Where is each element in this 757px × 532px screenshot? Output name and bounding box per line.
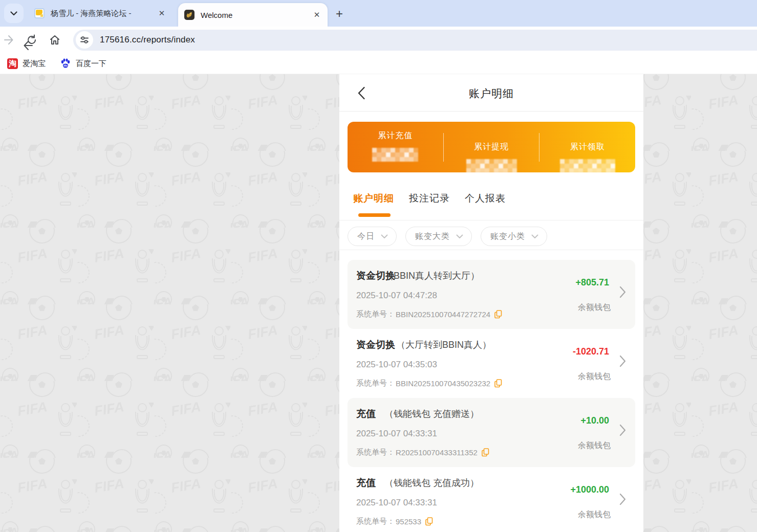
txn-order-no: 952533 [396,517,421,526]
page-title: 账户明细 [339,86,643,101]
txn-datetime: 2025-10-07 04:47:28 [356,291,437,301]
wallet-label: 余额钱包 [578,371,611,382]
chevron-down-icon [531,234,538,239]
summary-withdraw: 累计提现 [443,133,539,162]
masked-value [466,159,517,173]
tab-account-detail[interactable]: 账户明细 [353,192,394,205]
txn-order-no: BBIN202510070435023232 [396,379,490,388]
wallet-label: 余额钱包 [578,440,611,451]
baidu-paw-icon: du [60,58,71,69]
browser-tab-strip: 杨雪儿 - 海燕策略论坛 - ✕ Welcome ✕ + [0,0,757,27]
chevron-right-icon [619,424,626,436]
copy-icon[interactable] [494,379,502,388]
filter-row: 今日 账变大类 账变小类 [348,227,556,246]
txn-type: 资金切换 [356,338,395,351]
txn-subtype: （大厅转到BBIN真人） [396,339,491,351]
chevron-down-icon [381,234,388,239]
forum-favicon [34,8,45,18]
forward-arrow-icon [3,34,14,46]
copy-icon[interactable] [494,310,502,319]
browser-tab-welcome[interactable]: Welcome ✕ [178,3,328,27]
chevron-down-icon [456,234,463,239]
amount: -1020.71 [573,346,609,357]
bookmark-taobao[interactable]: 淘 爱淘宝 [7,58,46,69]
divider [339,220,643,220]
summary-claim: 累计领取 [539,133,635,162]
filter-major-category[interactable]: 账变大类 [405,227,472,246]
url-bar[interactable]: 175616.cc/reports/index [73,30,757,51]
page-header: 账户明细 [339,74,643,112]
tab-bet-records[interactable]: 投注记录 [409,192,450,205]
bookmarks-bar: 淘 爱淘宝 du 百度一下 [0,53,757,74]
txn-subtype: （钱能钱包 充值成功） [384,477,479,489]
masked-value [560,159,615,173]
summary-label: 累计充值 [378,130,413,141]
summary-label: 累计提现 [474,142,509,152]
masked-value [372,148,418,162]
summary-label: 累计领取 [570,142,605,152]
new-tab-button[interactable]: + [332,6,347,21]
transaction-row[interactable]: 充值 （钱能钱包 充值成功） 2025-10-07 04:33:31 系统单号：… [348,467,635,532]
txn-order-no: BBIN202510070447272724 [396,310,490,319]
taobao-icon: 淘 [7,58,18,69]
section-tabs: 账户明细 投注记录 个人报表 [353,192,521,205]
chevron-right-icon [619,286,626,298]
welcome-favicon [184,10,194,20]
summary-recharge: 累计充值 [348,122,443,172]
amount: +805.71 [575,277,609,288]
txn-order-no: R202510070433311352 [396,448,478,457]
txn-order: 系统单号： R202510070433311352 [356,448,489,457]
url-text[interactable]: 175616.cc/reports/index [100,35,195,45]
amount: +10.00 [580,415,609,426]
page-background: FIFA FIFA 账户明细 累计充值 累计提现 [0,74,757,532]
txn-order: 系统单号： BBIN202510070435023232 [356,379,502,388]
amount: +1000.00 [570,484,609,495]
txn-subtype: （BBIN真人转到大厅） [384,270,480,282]
tab-search-button[interactable] [4,4,24,23]
back-button[interactable] [21,39,35,52]
bookmark-baidu[interactable]: du 百度一下 [60,58,106,69]
forward-button[interactable] [0,31,17,49]
active-tab-underline [358,213,391,217]
divider [339,250,643,250]
txn-type: 充值 [356,476,376,490]
home-button[interactable] [46,31,63,49]
txn-order: 系统单号： 952533 [356,517,433,526]
browser-tab-forum[interactable]: 杨雪儿 - 海燕策略论坛 - ✕ [28,0,172,27]
browser-toolbar: 175616.cc/reports/index [0,27,757,53]
home-icon [49,34,60,46]
tune-icon [80,35,89,45]
wallet-label: 余额钱包 [578,509,611,520]
txn-subtype: （钱能钱包 充值赠送） [384,408,479,420]
transaction-row[interactable]: 充值 （钱能钱包 充值赠送） 2025-10-07 04:33:31 系统单号：… [348,398,635,467]
txn-type: 充值 [356,407,376,420]
close-tab-icon[interactable]: ✕ [155,7,168,20]
tab-title: Welcome [201,11,310,19]
account-detail-panel: 账户明细 累计充值 累计提现 累计领取 [339,74,643,532]
filter-minor-category[interactable]: 账变小类 [481,227,547,246]
bookmark-label: 百度一下 [76,59,106,69]
txn-datetime: 2025-10-07 04:33:31 [356,498,437,508]
svg-text:du: du [63,64,68,67]
close-tab-icon[interactable]: ✕ [310,8,323,21]
transaction-row[interactable]: 资金切换 （大厅转到BBIN真人） 2025-10-07 04:35:03 系统… [348,329,635,398]
tab-personal-report[interactable]: 个人报表 [465,192,506,205]
chevron-down-icon [10,11,17,16]
txn-order: 系统单号： BBIN202510070447272724 [356,309,502,319]
txn-datetime: 2025-10-07 04:35:03 [356,360,437,370]
site-settings-button[interactable] [76,31,93,49]
filter-date[interactable]: 今日 [348,227,397,246]
back-arrow-icon [23,40,34,51]
transaction-row[interactable]: 资金切换 （BBIN真人转到大厅） 2025-10-07 04:47:28 系统… [348,260,635,329]
txn-datetime: 2025-10-07 04:33:31 [356,429,437,439]
tab-title: 杨雪儿 - 海燕策略论坛 - [51,9,155,18]
chevron-right-icon [619,493,626,505]
summary-card: 累计充值 累计提现 累计领取 [348,122,635,172]
copy-icon[interactable] [482,448,489,457]
chevron-right-icon [619,355,626,367]
copy-icon[interactable] [425,517,433,526]
wallet-label: 余额钱包 [578,302,611,313]
bookmark-label: 爱淘宝 [23,59,46,69]
